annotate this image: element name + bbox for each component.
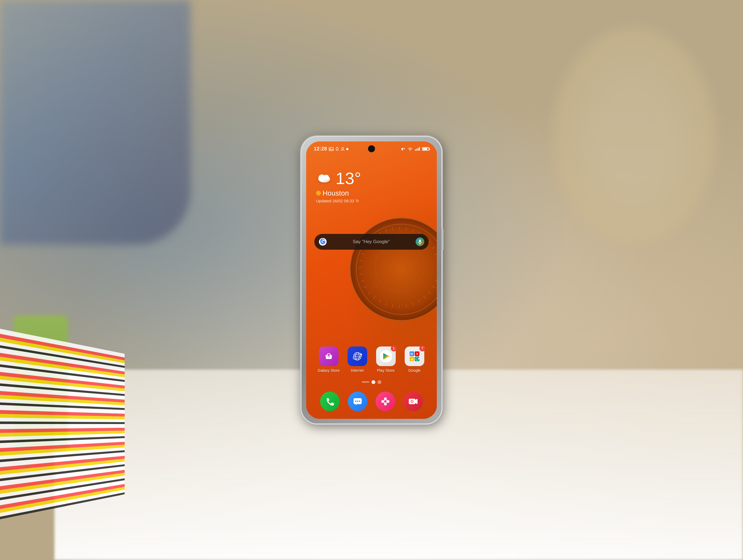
svg-point-76 <box>357 400 358 402</box>
wifi-icon <box>407 147 413 151</box>
svg-line-7 <box>435 253 437 254</box>
weather-cloud-icon <box>316 170 332 186</box>
svg-point-81 <box>381 400 384 403</box>
page-indicator-lines <box>362 381 369 383</box>
svg-point-87 <box>411 401 413 402</box>
svg-line-29 <box>361 253 364 254</box>
battery-fill <box>423 148 427 150</box>
recorder-svg <box>408 396 419 407</box>
page-indicators <box>362 380 381 384</box>
svg-line-17 <box>406 304 407 307</box>
weather-widget[interactable]: 13° Houston Updated 26/02 09:33 ↻ <box>316 169 361 203</box>
svg-marker-85 <box>415 399 418 404</box>
svg-line-6 <box>432 247 435 248</box>
bixby-svg <box>380 396 391 407</box>
app-internet[interactable]: Internet <box>345 346 369 373</box>
svg-line-16 <box>412 302 413 306</box>
dock-bixby[interactable] <box>373 392 398 411</box>
weather-updated: Updated 26/02 09:33 ↻ <box>316 198 361 203</box>
internet-svg <box>351 350 363 362</box>
play-store-svg <box>380 350 392 362</box>
svg-line-23 <box>368 291 371 293</box>
svg-line-35 <box>392 227 393 230</box>
svg-rect-38 <box>329 147 334 151</box>
svg-point-75 <box>355 400 356 402</box>
google-g-logo: G <box>319 238 327 246</box>
messages-svg <box>352 396 363 407</box>
svg-line-13 <box>428 291 431 293</box>
svg-point-82 <box>387 400 389 403</box>
user-icon <box>341 147 345 151</box>
mic-icon[interactable] <box>416 237 424 246</box>
google-bar-placeholder: Say "Hey Google" <box>330 239 412 244</box>
svg-line-2 <box>412 229 413 232</box>
phone-call-icon <box>320 392 340 411</box>
svg-point-79 <box>384 398 387 400</box>
app-galaxy-store[interactable]: Galaxy Store <box>316 346 341 373</box>
internet-label: Internet <box>351 368 364 373</box>
battery-icon <box>422 147 429 151</box>
signal-icon <box>415 147 420 151</box>
app-play-store[interactable]: 1 Play Store <box>374 346 398 373</box>
google-svg: M <box>408 350 421 362</box>
bixby-icon <box>376 392 395 411</box>
svg-point-62 <box>360 354 362 356</box>
google-badge: 7 <box>420 345 425 352</box>
svg-line-24 <box>364 286 367 288</box>
play-store-icon: 1 <box>376 346 396 366</box>
svg-line-15 <box>418 300 420 302</box>
phone-call-svg <box>324 396 335 407</box>
google-label: Google <box>408 368 421 373</box>
dock-phone[interactable] <box>318 392 342 411</box>
svg-point-36 <box>375 243 424 292</box>
phone-wrapper: 50 12:28 <box>301 136 442 424</box>
svg-line-25 <box>361 280 364 281</box>
weather-temperature: 13° <box>336 169 361 188</box>
svg-line-19 <box>392 304 393 307</box>
svg-text:M: M <box>410 352 413 356</box>
svg-line-21 <box>379 300 381 302</box>
page-indicator-active <box>372 380 375 384</box>
svg-point-77 <box>359 400 360 402</box>
mute-icon <box>401 147 405 151</box>
svg-text:G: G <box>321 240 324 244</box>
play-store-badge: 1 <box>391 345 397 352</box>
gallery-icon <box>329 147 334 151</box>
bg-notebook <box>0 327 125 521</box>
bg-chair <box>553 27 716 245</box>
svg-line-22 <box>374 296 376 298</box>
app-row-main: Galaxy Store <box>314 346 429 373</box>
svg-line-26 <box>359 274 362 274</box>
svg-line-11 <box>435 280 437 281</box>
status-time: 12:28 <box>314 146 327 152</box>
dock <box>306 392 437 411</box>
bg-fabric <box>0 0 190 245</box>
app-google[interactable]: M <box>402 346 427 373</box>
google-search-bar[interactable]: G Say "Hey Google" <box>314 234 429 250</box>
internet-icon <box>348 346 367 366</box>
svg-rect-50 <box>419 240 421 242</box>
microphone-icon <box>418 239 423 244</box>
refresh-icon: ↻ <box>356 198 359 203</box>
dock-messages[interactable] <box>345 392 370 411</box>
svg-line-20 <box>386 302 387 306</box>
svg-point-39 <box>330 148 331 149</box>
svg-line-34 <box>386 229 387 232</box>
recorder-icon <box>403 392 423 411</box>
play-store-label: Play Store <box>377 368 395 373</box>
dock-screen-recorder[interactable] <box>401 392 425 411</box>
galaxy-store-label: Galaxy Store <box>318 368 340 373</box>
app-grid: Galaxy Store <box>306 346 437 375</box>
galaxy-store-svg <box>323 350 335 362</box>
city-dot-icon <box>316 191 321 195</box>
svg-line-5 <box>428 241 431 243</box>
messages-icon <box>348 392 367 411</box>
status-dot <box>346 148 348 150</box>
svg-point-47 <box>323 175 329 180</box>
galaxy-store-icon <box>319 346 339 366</box>
page-indicator-inactive <box>378 380 381 384</box>
volume-button[interactable] <box>442 228 443 250</box>
svg-line-1 <box>406 227 407 230</box>
svg-point-42 <box>342 147 344 149</box>
svg-line-28 <box>359 260 362 261</box>
